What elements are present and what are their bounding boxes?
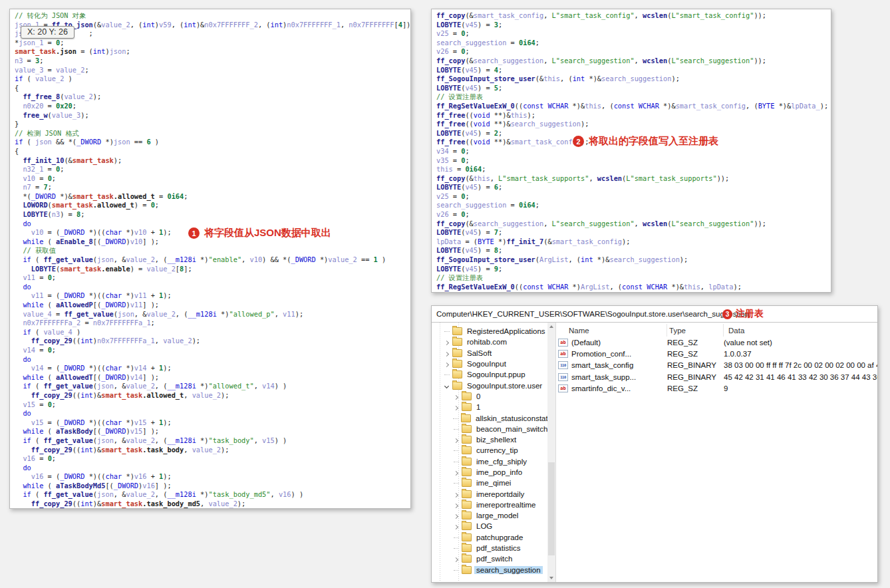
chevron-right-icon[interactable]	[452, 492, 460, 497]
registry-value-row[interactable]: 110smart_task_configREG_BINARY38 03 00 0…	[556, 360, 877, 371]
chevron-right-icon[interactable]	[452, 556, 460, 561]
code-token: ==	[130, 138, 147, 146]
tree-item-currency_tip[interactable]: currency_tip	[432, 445, 555, 456]
code-token: ;	[48, 183, 52, 191]
tree-item-label[interactable]: search_suggestion	[474, 566, 543, 574]
scroll-up-icon[interactable]	[549, 325, 553, 328]
tree-connector	[452, 547, 460, 549]
code-token: +	[146, 291, 159, 299]
chevron-right-icon[interactable]	[452, 502, 460, 508]
code-token: ));	[754, 57, 766, 65]
tree-item-label[interactable]: SogouInput.store.user	[465, 382, 544, 390]
chevron-right-icon[interactable]	[452, 523, 460, 529]
code-token	[15, 255, 23, 263]
column-header-data[interactable]: Data	[724, 324, 877, 337]
tree-item-label[interactable]: patchupgrade	[474, 533, 525, 541]
tree-item-imereportrealtime[interactable]: imereportrealtime	[432, 500, 555, 510]
registry-value-row[interactable]: absmartinfo_dic_v...REG_SZ9	[556, 383, 877, 394]
code-token: = (	[76, 47, 93, 55]
registry-value-row[interactable]: 110smart_task_supp...REG_BINARY45 42 42 …	[556, 371, 877, 382]
code-token: , (	[155, 490, 168, 498]
code-line: LOBYTE(smart_task.enable) = value_2[8];	[15, 265, 410, 274]
tree-item-label[interactable]: imereportdaily	[474, 490, 526, 498]
tree-item-label[interactable]: ime_qimei	[474, 479, 513, 487]
tree-item-LOG[interactable]: LOG	[432, 521, 555, 531]
tree-item-ime_cfg_shiply[interactable]: ime_cfg_shiply	[432, 456, 555, 467]
chevron-down-icon[interactable]	[442, 383, 451, 388]
tree-item-label[interactable]: 0	[474, 392, 482, 400]
tree-item-biz_shellext[interactable]: biz_shellext	[432, 434, 555, 445]
code-line: LOBYTE(v45) = 9;	[436, 265, 831, 274]
tree-item-SogouInput.store.user[interactable]: SogouInput.store.user	[432, 380, 555, 390]
tree-item-label[interactable]: 1	[474, 403, 482, 411]
tree-item-label[interactable]: rohitab.com	[465, 338, 509, 346]
code-token: );	[295, 310, 303, 318]
registry-key-tree[interactable]: RegisteredApplicationsrohitab.comSalSoft…	[432, 323, 556, 582]
code-token: _DWORD	[60, 418, 84, 426]
tree-item-pdf_switch[interactable]: pdf_switch	[432, 553, 555, 564]
tree-item-rohitab.com[interactable]: rohitab.com	[432, 337, 555, 347]
tree-item-label[interactable]: allskin_statusiconstatis	[474, 414, 555, 422]
tree-item-imereportdaily[interactable]: imereportdaily	[432, 488, 555, 499]
code-token: json	[97, 255, 114, 263]
registry-value-row[interactable]: abPromotion_conf...REG_SZ1.0.0.37	[556, 348, 877, 359]
tree-item-ime_qimei[interactable]: ime_qimei	[432, 478, 555, 488]
tree-item-label[interactable]: SogouInput.ppup	[465, 370, 527, 378]
chevron-right-icon[interactable]	[442, 351, 451, 356]
tree-item-label[interactable]: ime_pop_info	[474, 468, 524, 476]
chevron-right-icon[interactable]	[442, 339, 451, 345]
code-token: this	[436, 165, 453, 173]
scrollbar-thumb[interactable]	[548, 462, 555, 555]
tree-item-search_suggestion[interactable]: search_suggestion	[432, 565, 555, 575]
tree-item-label[interactable]: ime_cfg_shiply	[474, 458, 529, 466]
code-token	[15, 319, 23, 327]
chevron-right-icon[interactable]	[442, 361, 451, 367]
code-line: ff_copy_29((int)&smart_task.task_body_md…	[15, 500, 410, 508]
code-token: = (	[461, 237, 478, 245]
chevron-right-icon[interactable]	[452, 404, 460, 410]
code-token: while	[23, 427, 43, 435]
tree-item-RegisteredApplications[interactable]: RegisteredApplications	[432, 326, 555, 337]
tree-item-label[interactable]: SogouInput	[465, 360, 508, 368]
tree-item-label[interactable]: pdf_statistics	[474, 544, 522, 552]
column-header-type[interactable]: Type	[667, 324, 724, 337]
tree-scrollbar[interactable]	[547, 323, 555, 582]
tree-item-SogouInput[interactable]: SogouInput	[432, 359, 555, 369]
tree-item-label[interactable]: RegisteredApplications	[465, 327, 547, 335]
tree-item-label[interactable]: large_model	[474, 512, 520, 519]
tree-item-beacon_main_switch[interactable]: beacon_main_switch	[432, 424, 555, 434]
code-line: LOBYTE(v45) = 7;	[436, 228, 831, 237]
code-token: 0i64	[465, 165, 482, 173]
registry-address-bar[interactable]: Computer\HKEY_CURRENT_USER\SOFTWARE\Sogo…	[432, 306, 877, 323]
code-token: =	[80, 319, 93, 327]
code-token: (&	[465, 174, 473, 182]
scroll-down-icon[interactable]	[549, 577, 553, 579]
chevron-right-icon[interactable]	[452, 470, 460, 475]
column-header-name[interactable]: Name	[556, 324, 667, 337]
tree-item-label[interactable]: imereportrealtime	[474, 501, 537, 509]
tree-item-allskin_statusiconstatis[interactable]: allskin_statusiconstatis	[432, 412, 555, 423]
chevron-right-icon[interactable]	[452, 513, 460, 518]
tree-item-label[interactable]: LOG	[474, 522, 494, 530]
tree-item-1[interactable]: 1	[432, 402, 555, 412]
tree-item-label[interactable]: biz_shellext	[474, 436, 518, 444]
tree-item-label[interactable]: SalSoft	[465, 349, 494, 357]
tree-item-ime_pop_info[interactable]: ime_pop_info	[432, 467, 555, 478]
code-token: ff_RegSetValueExW_0	[436, 283, 515, 291]
code-token: (	[31, 255, 44, 263]
tree-item-label[interactable]: pdf_switch	[474, 555, 514, 563]
tree-item-label[interactable]: beacon_main_switch	[474, 425, 549, 433]
tree-item-pdf_statistics[interactable]: pdf_statistics	[432, 543, 555, 553]
code-token: );	[93, 92, 101, 100]
code-token: free_w	[23, 111, 47, 119]
tree-item-SogouInput.ppup[interactable]: SogouInput.ppup	[432, 369, 555, 380]
chevron-right-icon[interactable]	[452, 437, 460, 442]
registry-value-row[interactable]: ab(Default)REG_SZ(value not set)	[556, 337, 877, 348]
tree-item-label[interactable]: currency_tip	[474, 446, 520, 454]
code-token: value_2	[56, 66, 84, 74]
tree-item-0[interactable]: 0	[432, 391, 555, 402]
tree-item-patchupgrade[interactable]: patchupgrade	[432, 532, 555, 543]
tree-item-SalSoft[interactable]: SalSoft	[432, 348, 555, 359]
tree-item-large_model[interactable]: large_model	[432, 510, 555, 521]
chevron-right-icon[interactable]	[452, 394, 460, 399]
